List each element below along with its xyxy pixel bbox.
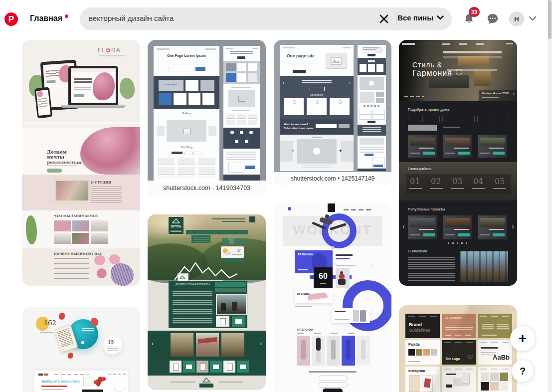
collection-title-bar bbox=[335, 311, 346, 312]
profile-avatar[interactable]: H bbox=[509, 11, 524, 26]
bg-brand-label: Brand bbox=[409, 322, 422, 327]
pin-architecture-house-website[interactable]: Стиль & Гармония Modern House 2020 › Под… bbox=[399, 40, 517, 286]
carousel-next-icon[interactable]: › bbox=[512, 222, 514, 230]
wf3-adv-icon-2 bbox=[316, 100, 319, 104]
wf3-left-panel: One page site ‹ › Advantages bbox=[280, 45, 354, 171]
wf3-email-input bbox=[316, 124, 337, 128]
pin-brand-guidelines[interactable]: Brand Guidelines 01. Welcome Palette The… bbox=[399, 305, 517, 392]
card-shape bbox=[446, 385, 452, 388]
workout-categories-label: КАТЕГОРИИ bbox=[297, 328, 313, 331]
workout-logo-square bbox=[328, 203, 335, 212]
arch-search-button[interactable] bbox=[408, 125, 437, 131]
laptop-heading-lines bbox=[74, 78, 92, 84]
subscribe-email-input[interactable] bbox=[319, 382, 348, 388]
search-bar[interactable]: векторный дизайн сайта Все пины bbox=[80, 7, 452, 30]
wireframe-left-panel: One Page Lorem Ipsum Lorem Ipsum Gallery bbox=[154, 46, 219, 181]
palette-swatch-olive bbox=[416, 349, 422, 356]
zrub-nav-bar[interactable] bbox=[186, 230, 248, 234]
psy-site-mockup: Выберите психолога bbox=[34, 371, 128, 392]
arch-nav-right bbox=[506, 43, 513, 44]
psy-site-dark-button[interactable] bbox=[82, 390, 103, 392]
pin-psychologist-website[interactable]: 162 15 Выберите психолога bbox=[22, 307, 140, 392]
carousel-prev-icon[interactable]: ‹ bbox=[402, 222, 405, 230]
help-button[interactable]: ? bbox=[512, 360, 534, 382]
wf2-grid-section bbox=[223, 61, 260, 84]
wf2-circle-5 bbox=[245, 140, 248, 143]
project-price-tag bbox=[493, 152, 505, 155]
wf-card-5 bbox=[188, 93, 200, 105]
carousel-prev-icon[interactable]: ‹ bbox=[152, 341, 154, 348]
project-photo bbox=[480, 218, 505, 227]
messages-button[interactable] bbox=[483, 9, 503, 29]
wf-blog-col-2 bbox=[178, 158, 195, 178]
zrub-tile-doc bbox=[216, 316, 229, 327]
social-icon-4[interactable] bbox=[242, 238, 247, 244]
psy-white-circle: 15 bbox=[103, 336, 122, 355]
psy-site-heading: Выберите психолога bbox=[41, 379, 80, 384]
nav-home-link[interactable]: Главная bbox=[30, 14, 68, 23]
chevron-down-icon bbox=[437, 15, 444, 20]
zrub-photo-2 bbox=[196, 333, 219, 357]
arch-filter-row bbox=[408, 116, 508, 121]
create-pin-button[interactable]: + bbox=[510, 326, 535, 351]
subscribe-button[interactable] bbox=[323, 389, 343, 392]
about-text-lines bbox=[91, 187, 122, 203]
category-tabs[interactable] bbox=[297, 333, 357, 334]
subscribe-name-input[interactable] bbox=[319, 376, 348, 381]
palette-swatch-black bbox=[408, 349, 415, 356]
filter-select-6[interactable] bbox=[495, 116, 509, 122]
zrub-lang-button[interactable] bbox=[249, 216, 255, 222]
social-icon-3[interactable] bbox=[235, 238, 241, 244]
wf-gallery-label: Gallery bbox=[154, 112, 219, 115]
bg-palette-label: Palette bbox=[408, 343, 420, 347]
wf2-lines bbox=[232, 109, 250, 112]
carousel-next-icon[interactable]: › bbox=[260, 341, 262, 348]
pin-wireframe-lorem-ipsum[interactable]: One Page Lorem Ipsum Lorem Ipsum Gallery bbox=[148, 40, 266, 196]
video-person-2 bbox=[232, 302, 237, 311]
social-icon-1[interactable] bbox=[222, 238, 228, 244]
scrollbar-thumb[interactable] bbox=[548, 0, 552, 39]
red-petal-1 bbox=[59, 313, 65, 320]
scrollbar-track[interactable] bbox=[548, 0, 552, 392]
search-input[interactable]: векторный дизайн сайта bbox=[89, 14, 174, 22]
red-petal-2 bbox=[91, 318, 98, 326]
filter-select-3[interactable] bbox=[442, 116, 457, 122]
weather-widget: -5° bbox=[221, 246, 244, 258]
clear-search-button[interactable] bbox=[378, 13, 390, 25]
psy-site-nav-right bbox=[108, 374, 126, 375]
arrow-link-icon[interactable]: › bbox=[370, 263, 371, 268]
pin-flora-studio-website[interactable]: FL✿RA bbox=[22, 40, 140, 286]
shutterstock-caption: shutterstock.com • 1425147149 bbox=[291, 175, 374, 182]
wf-gallery-image bbox=[167, 120, 206, 142]
cabin-icon bbox=[202, 378, 210, 383]
laptop-base bbox=[61, 105, 126, 108]
filter-select-1[interactable] bbox=[408, 116, 423, 122]
slide-header-bars bbox=[480, 342, 509, 343]
pin-filter-dropdown[interactable]: Все пины bbox=[397, 13, 444, 22]
pin-zrub-lodge-website[interactable]: ЗРУБ -5° bbox=[148, 214, 266, 390]
wf3r-pager-dots bbox=[364, 105, 379, 107]
project-meta-bar bbox=[410, 153, 420, 154]
wf3-gallery-label-bar bbox=[312, 137, 322, 138]
zrub-video-thumb[interactable] bbox=[216, 294, 247, 315]
filter-select-5[interactable] bbox=[477, 116, 492, 122]
subscribe-heading-bar bbox=[309, 371, 357, 373]
filter-select-2[interactable] bbox=[425, 116, 440, 122]
arch-house-roof bbox=[443, 51, 502, 53]
popular-pager-dots[interactable] bbox=[448, 242, 470, 244]
wf3-gal-dot-l bbox=[292, 150, 294, 152]
social-icon-2[interactable] bbox=[229, 238, 234, 244]
filter-select-4[interactable] bbox=[460, 116, 475, 122]
workout-nav-links[interactable] bbox=[344, 209, 372, 210]
category-figure-legs bbox=[316, 351, 321, 363]
workout-text-bar-2 bbox=[336, 258, 350, 259]
notifications-button[interactable]: 33 bbox=[459, 9, 479, 29]
video-person-1 bbox=[221, 303, 226, 311]
pin-workout-website[interactable]: WORKOUT РАЗМИНКА › 60 БРЕНДЫ bbox=[274, 202, 391, 392]
category-figure bbox=[331, 340, 336, 360]
account-menu-button[interactable] bbox=[529, 14, 537, 23]
pinterest-logo[interactable]: P bbox=[4, 12, 18, 26]
arch-reset-link[interactable] bbox=[443, 127, 460, 128]
about-laptop bbox=[55, 180, 90, 203]
pin-wireframe-one-page-site[interactable]: One page site ‹ › Advantages bbox=[274, 40, 391, 185]
